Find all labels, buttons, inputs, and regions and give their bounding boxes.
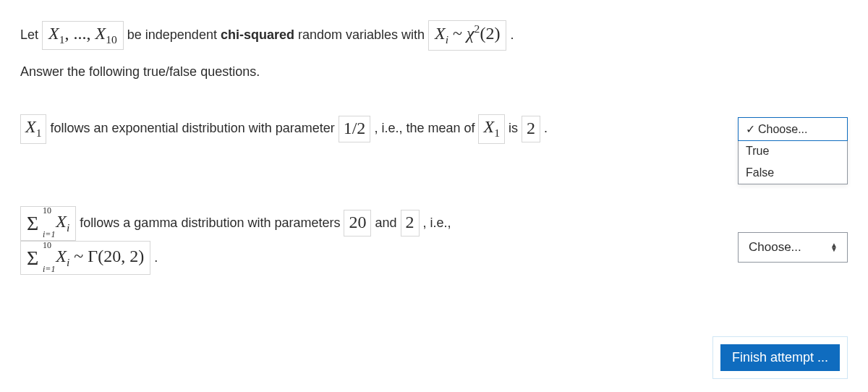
q1-answer-dropdown-open[interactable]: ✓Choose... True False	[738, 117, 848, 184]
q2-sum-top-2: 10	[43, 240, 51, 250]
q2-twenty-box: 20	[344, 210, 371, 237]
q1-two-box: 2	[522, 116, 540, 142]
q2-and: and	[375, 216, 401, 230]
q2-sum-bot-2: i=1	[43, 264, 55, 274]
intro-vars-box: X1, ..., X10	[42, 21, 124, 51]
intro-line-1: Let X1, ..., X10 be independent chi-squa…	[20, 20, 848, 51]
intro-let: Let	[20, 27, 42, 42]
check-icon: ✓	[746, 123, 755, 135]
q2-sum-top: 10	[43, 205, 51, 216]
q1-half-box: 1/2	[339, 116, 371, 142]
q1-x1-box: X1	[20, 114, 46, 144]
sigma-icon: Σ	[27, 247, 38, 269]
sigma-icon: Σ	[27, 212, 38, 234]
q1-opt-choose[interactable]: ✓Choose...	[738, 117, 848, 141]
q2-sum-box-1: Σ 10 i=1 Xi	[20, 206, 76, 241]
question-1-text: X1 follows an exponential distribution w…	[20, 114, 728, 144]
q1-opt-true-label: True	[746, 145, 769, 157]
q1-answer-area: ✓Choose... True False	[738, 114, 848, 184]
q1-period: .	[544, 121, 548, 135]
question-2-text: Σ 10 i=1 Xi follows a gamma distribution…	[20, 206, 728, 275]
q2-gamma-box: Σ 10 i=1 Xi ~ Γ(20, 2)	[20, 241, 150, 276]
updown-icon: ▲▼	[830, 243, 837, 252]
intro-random-vars-with: random variables with	[294, 27, 428, 42]
intro-be-independent: be independent	[127, 27, 221, 42]
question-1: X1 follows an exponential distribution w…	[20, 114, 848, 184]
q2-dropdown-label: Choose...	[749, 240, 801, 255]
question-intro: Let X1, ..., X10 be independent chi-squa…	[20, 20, 848, 82]
question-2: Σ 10 i=1 Xi follows a gamma distribution…	[20, 206, 848, 275]
q1-opt-false[interactable]: False	[739, 162, 847, 184]
q1-is: is	[509, 121, 522, 135]
q1-x1b-box: X1	[478, 114, 504, 144]
finish-attempt-container: Finish attempt ...	[712, 336, 848, 379]
finish-attempt-button[interactable]: Finish attempt ...	[720, 344, 840, 371]
q2-sum-bot: i=1	[43, 229, 55, 239]
q1-follows-exp: follows an exponential distribution with…	[50, 121, 338, 135]
intro-chi-squared: chi-squared	[221, 27, 294, 42]
intro-line-2: Answer the following true/false question…	[20, 61, 848, 83]
q1-ie-mean-of: , i.e., the mean of	[374, 121, 478, 135]
q2-answer-dropdown[interactable]: Choose... ▲▼	[738, 232, 848, 263]
q2-answer-area: Choose... ▲▼	[738, 206, 848, 263]
q2-ie: , i.e.,	[423, 216, 451, 230]
q2-two-box: 2	[401, 210, 420, 237]
q2-period: .	[154, 250, 158, 264]
intro-period: .	[510, 27, 514, 42]
q2-follows-gamma: follows a gamma distribution with parame…	[80, 216, 344, 230]
intro-dist-box: Xi ~ χ2(2)	[428, 20, 506, 51]
q1-opt-false-label: False	[746, 166, 774, 179]
q1-opt-choose-label: Choose...	[758, 123, 807, 135]
q1-opt-true[interactable]: True	[739, 140, 847, 162]
